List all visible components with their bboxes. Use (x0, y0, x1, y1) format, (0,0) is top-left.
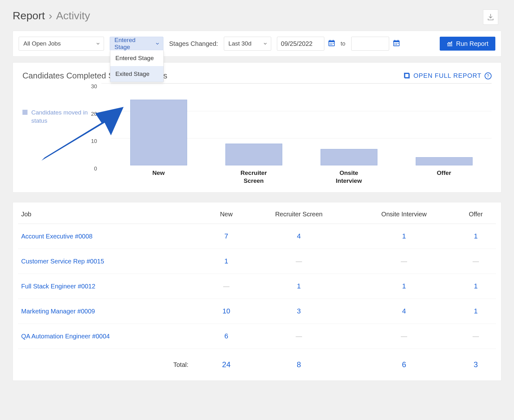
cell: — (207, 274, 245, 299)
table-row: Account Executive #00087411 (18, 224, 496, 249)
breadcrumb: Report › Activity (13, 9, 501, 22)
svg-rect-2 (330, 40, 330, 41)
help-icon[interactable]: ? (485, 72, 492, 79)
job-link[interactable]: Full Stack Engineer #0012 (21, 283, 95, 290)
cell-value[interactable]: 1 (297, 282, 301, 290)
svg-rect-15 (398, 43, 399, 44)
total-value: 3 (474, 360, 478, 369)
bar (416, 157, 473, 165)
cell: 6 (207, 324, 245, 349)
open-full-report-label: OPEN FULL REPORT (413, 72, 481, 79)
calendar-icon[interactable] (328, 40, 335, 48)
chevron-down-icon (263, 40, 267, 47)
svg-rect-7 (330, 44, 331, 45)
cell-value[interactable]: 3 (297, 307, 301, 315)
calendar-icon[interactable] (393, 40, 400, 48)
legend-item: Candidates moved in status (22, 108, 101, 125)
bar (321, 149, 377, 165)
open-full-report-link[interactable]: OPEN FULL REPORT ? (404, 72, 492, 79)
range-preset-select[interactable]: Last 30d (224, 37, 271, 51)
stage-option-exited[interactable]: Exited Stage (110, 66, 163, 82)
cell-value[interactable]: 1 (474, 307, 478, 315)
cell: — (245, 249, 352, 274)
cell: — (456, 249, 496, 274)
column-header: Offer (456, 202, 496, 224)
cell-value[interactable]: 7 (224, 232, 228, 240)
run-report-button[interactable]: Run Report (440, 37, 495, 51)
cell: — (245, 324, 352, 349)
cell: 1 (456, 224, 496, 249)
cell-value[interactable]: 6 (224, 332, 228, 340)
date-to-label: to (341, 40, 346, 47)
svg-rect-1 (329, 41, 334, 42)
stage-select[interactable]: Entered Stage Entered Stage Exited Stage (110, 37, 163, 51)
cell: — (456, 324, 496, 349)
cell-value[interactable]: 1 (474, 232, 478, 240)
column-header: New (207, 202, 245, 224)
stage-option-entered[interactable]: Entered Stage (110, 50, 163, 66)
column-header: Onsite Interview (352, 202, 456, 224)
chevron-down-icon (96, 40, 100, 47)
legend-swatch (22, 110, 28, 115)
cell: 3 (245, 299, 352, 324)
svg-rect-10 (394, 41, 399, 42)
svg-rect-11 (395, 40, 395, 41)
cell-value[interactable]: 1 (224, 257, 228, 265)
cell-value[interactable]: 1 (402, 282, 406, 290)
total-value: 6 (402, 360, 406, 369)
chart-card: Candidates Completed Stage – All Jobs OP… (13, 62, 501, 193)
chevron-right-icon: › (49, 9, 52, 22)
breadcrumb-current: Activity (56, 9, 90, 22)
svg-rect-16 (395, 44, 395, 45)
job-link[interactable]: QA Automation Engineer #0004 (21, 333, 110, 340)
legend: Candidates moved in status (22, 83, 101, 185)
bar (130, 100, 187, 165)
y-tick: 0 (94, 166, 97, 172)
x-label: RecruiterScreen (206, 169, 301, 185)
open-report-icon (404, 73, 410, 79)
job-link[interactable]: Customer Service Rep #0015 (21, 258, 104, 265)
download-button[interactable] (483, 9, 498, 25)
job-link[interactable]: Account Executive #0008 (21, 233, 93, 240)
cell: 10 (207, 299, 245, 324)
svg-rect-17 (396, 44, 397, 45)
breadcrumb-root[interactable]: Report (13, 9, 45, 22)
cell: — (352, 324, 456, 349)
cell-value[interactable]: 1 (474, 282, 478, 290)
svg-rect-5 (331, 43, 332, 44)
chart-icon (447, 41, 453, 46)
date-to-input[interactable] (351, 37, 389, 51)
bar (225, 144, 282, 165)
cell: 1 (352, 274, 456, 299)
column-header: Job (18, 202, 207, 224)
cell: 4 (245, 224, 352, 249)
chevron-down-icon (156, 40, 159, 47)
cell: 7 (207, 224, 245, 249)
total-label: Total: (18, 349, 207, 378)
column-header: Recruiter Screen (245, 202, 352, 224)
jobs-select-label: All Open Jobs (23, 40, 61, 47)
x-label: Offer (396, 169, 492, 185)
table-row: Marketing Manager #000910341 (18, 299, 496, 324)
table-row: QA Automation Engineer #00046——— (18, 324, 496, 349)
y-tick: 30 (91, 83, 97, 90)
cell-value[interactable]: 4 (402, 307, 406, 315)
jobs-select[interactable]: All Open Jobs (19, 37, 104, 51)
stage-dropdown: Entered Stage Exited Stage (110, 50, 164, 82)
total-value: 24 (222, 360, 231, 369)
run-report-label: Run Report (456, 40, 488, 47)
table-row: Customer Service Rep #00151——— (18, 249, 496, 274)
svg-rect-12 (398, 40, 398, 41)
y-tick: 10 (91, 138, 97, 145)
x-label: New (111, 169, 206, 185)
cell: 1 (245, 274, 352, 299)
cell-value[interactable]: 4 (297, 232, 301, 240)
date-from-value: 09/25/2022 (281, 40, 313, 47)
cell: 1 (456, 274, 496, 299)
x-label: OnsiteInterview (301, 169, 396, 185)
y-tick: 20 (91, 111, 97, 117)
date-from-input[interactable]: 09/25/2022 (277, 37, 324, 51)
cell-value[interactable]: 1 (402, 232, 406, 240)
job-link[interactable]: Marketing Manager #0009 (21, 308, 95, 315)
cell-value[interactable]: 10 (223, 307, 230, 315)
